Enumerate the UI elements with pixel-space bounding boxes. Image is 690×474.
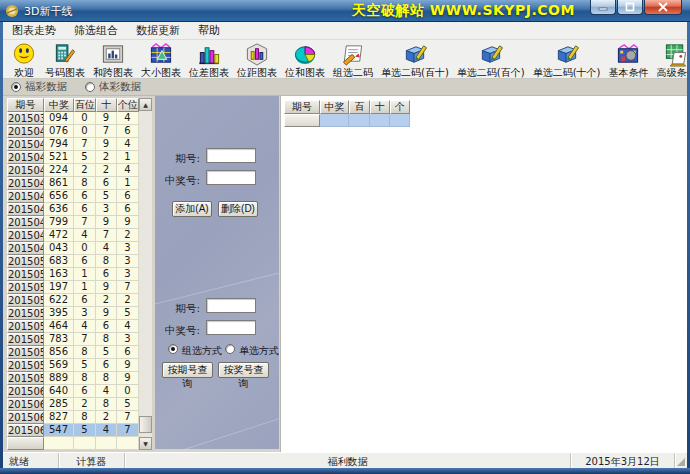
value-cell[interactable]: 8 [74, 411, 96, 424]
column-header[interactable]: 百位 [74, 98, 96, 112]
value-cell[interactable]: 2 [117, 229, 139, 242]
value-cell[interactable]: 9 [96, 112, 117, 125]
value-cell[interactable]: 8 [96, 255, 117, 268]
value-cell[interactable]: 163 [44, 268, 74, 281]
value-cell[interactable]: 2 [96, 164, 117, 177]
scroll-down-icon[interactable]: ▼ [139, 437, 152, 450]
period-cell[interactable]: 2015043 [7, 164, 44, 177]
table-row[interactable]: 2015055464464 [7, 320, 152, 333]
period-cell[interactable]: 2015059 [7, 372, 44, 385]
period-cell[interactable]: 2015047 [7, 216, 44, 229]
toolbar-button-0[interactable]: 欢迎 [7, 40, 41, 78]
query-number-input[interactable] [206, 320, 256, 335]
value-cell[interactable]: 8 [74, 346, 96, 359]
value-cell[interactable]: 2 [96, 151, 117, 164]
value-cell[interactable]: 569 [44, 359, 74, 372]
value-cell[interactable]: 1 [74, 281, 96, 294]
value-cell[interactable]: 464 [44, 320, 74, 333]
value-cell[interactable]: 0 [117, 385, 139, 398]
toolbar-button-12[interactable]: 高级条件 [652, 40, 690, 78]
value-cell[interactable]: 7 [74, 216, 96, 229]
period-cell[interactable]: 2015052 [7, 281, 44, 294]
column-header[interactable]: 百位 [349, 100, 370, 114]
maximize-button[interactable] [617, 0, 643, 15]
query-period-input[interactable] [206, 298, 256, 313]
scroll-up-icon[interactable]: ▲ [139, 98, 152, 111]
value-cell[interactable]: 547 [44, 424, 74, 437]
toolbar-button-2[interactable]: 和跨图表 [89, 40, 137, 78]
value-cell[interactable]: 3 [74, 307, 96, 320]
value-cell[interactable] [74, 437, 96, 450]
value-cell[interactable]: 9 [96, 138, 117, 151]
value-cell[interactable]: 395 [44, 307, 74, 320]
period-cell[interactable]: 2015042 [7, 151, 44, 164]
table-row[interactable]: 2015051163163 [7, 268, 152, 281]
value-cell[interactable]: 0 [74, 242, 96, 255]
column-header[interactable]: 期号 [7, 98, 44, 112]
value-cell[interactable]: 472 [44, 229, 74, 242]
value-cell[interactable]: 9 [117, 216, 139, 229]
query-by-period-button[interactable]: 按期号查询 [162, 362, 213, 378]
value-cell[interactable]: 2 [74, 164, 96, 177]
value-cell[interactable]: 7 [96, 229, 117, 242]
table-row[interactable]: 2015041794794 [7, 138, 152, 151]
single-mode-radio[interactable] [225, 344, 235, 354]
value-cell[interactable]: 0 [74, 125, 96, 138]
table-row[interactable]: 2015052197197 [7, 281, 152, 294]
table-row[interactable]: 2015044861861 [7, 177, 152, 190]
period-cell[interactable]: 2015048 [7, 229, 44, 242]
value-cell[interactable]: 5 [117, 307, 139, 320]
delete-button[interactable]: 删除(D) [218, 201, 258, 217]
toolbar-button-3[interactable]: 大小图表 [137, 40, 185, 78]
period-cell[interactable]: 2015062 [7, 411, 44, 424]
value-cell[interactable]: 2 [96, 294, 117, 307]
value-cell[interactable]: 799 [44, 216, 74, 229]
table-row[interactable]: 2015057856856 [7, 346, 152, 359]
value-cell[interactable]: 6 [96, 320, 117, 333]
add-button[interactable]: 添加(A) [172, 201, 212, 217]
value-cell[interactable]: 5 [74, 359, 96, 372]
period-cell[interactable]: 2015056 [7, 333, 44, 346]
period-cell[interactable]: 2015050 [7, 255, 44, 268]
menu-item-0[interactable]: 图表走势 [3, 21, 65, 40]
table-row[interactable]: 2015048472472 [7, 229, 152, 242]
value-cell[interactable]: 2 [96, 411, 117, 424]
period-cell[interactable]: 2015046 [7, 203, 44, 216]
value-cell[interactable] [117, 437, 139, 450]
toolbar-button-11[interactable]: 基本条件 [604, 40, 652, 78]
value-cell[interactable]: 6 [96, 177, 117, 190]
period-cell[interactable]: 2015058 [7, 359, 44, 372]
value-cell[interactable]: 2 [74, 398, 96, 411]
value-cell[interactable] [349, 114, 370, 127]
value-cell[interactable]: 1 [117, 177, 139, 190]
value-cell[interactable]: 4 [96, 424, 117, 437]
value-cell[interactable]: 683 [44, 255, 74, 268]
value-cell[interactable]: 1 [117, 151, 139, 164]
value-cell[interactable]: 5 [96, 346, 117, 359]
value-cell[interactable]: 6 [74, 190, 96, 203]
value-cell[interactable]: 3 [117, 255, 139, 268]
value-cell[interactable]: 9 [96, 281, 117, 294]
period-cell[interactable]: 2015039 [7, 112, 44, 125]
value-cell[interactable]: 6 [117, 346, 139, 359]
value-cell[interactable]: 8 [74, 177, 96, 190]
value-cell[interactable] [96, 437, 117, 450]
period-cell[interactable]: 2015054 [7, 307, 44, 320]
value-cell[interactable]: 3 [117, 242, 139, 255]
value-cell[interactable]: 197 [44, 281, 74, 294]
value-cell[interactable]: 043 [44, 242, 74, 255]
value-cell[interactable]: 7 [96, 125, 117, 138]
column-header[interactable]: 十位 [370, 100, 390, 114]
value-cell[interactable]: 4 [96, 385, 117, 398]
period-cell[interactable] [7, 437, 44, 450]
menu-item-1[interactable]: 筛选组合 [65, 21, 127, 40]
period-cell[interactable]: 2015053 [7, 294, 44, 307]
query-by-number-button[interactable]: 按奖号查询 [218, 362, 269, 378]
table-row[interactable]: 2015060640640 [7, 385, 152, 398]
period-cell[interactable]: 2015063 [7, 424, 44, 437]
value-cell[interactable]: 521 [44, 151, 74, 164]
value-cell[interactable]: 6 [74, 203, 96, 216]
table-row[interactable]: 2015058569569 [7, 359, 152, 372]
value-cell[interactable]: 8 [96, 398, 117, 411]
table-row[interactable]: 2015063547547 [7, 424, 152, 437]
